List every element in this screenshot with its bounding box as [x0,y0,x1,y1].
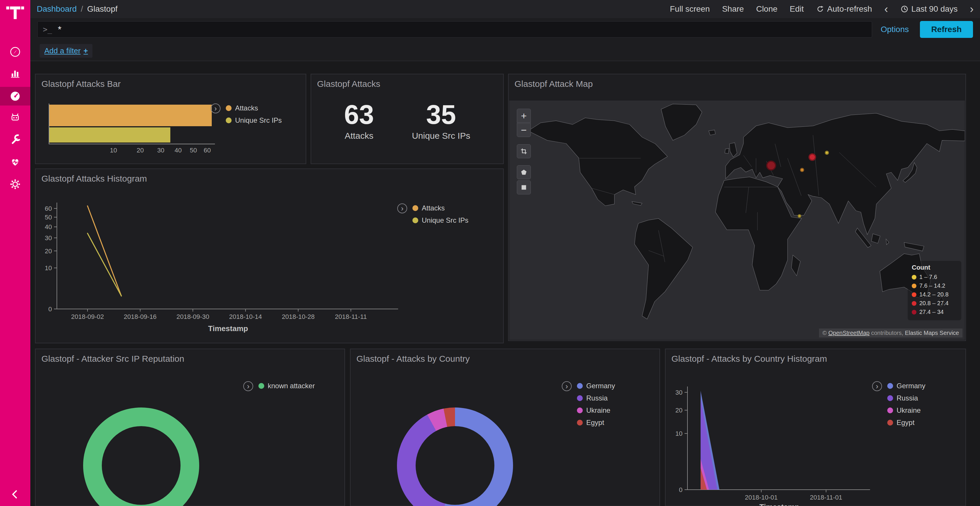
time-forward-button[interactable]: › [970,3,974,14]
openstreetmap-link[interactable]: OpenStreetMap [828,330,869,336]
legend-dot [577,395,583,401]
query-input-wrap[interactable]: >_ [37,21,872,38]
legend-item[interactable]: Ukraine [577,406,615,414]
breadcrumb: Dashboard / Glastopf [37,5,118,14]
horizontal-bar-chart[interactable] [49,103,215,144]
share-button[interactable]: Share [722,5,744,14]
crop-icon [519,147,528,155]
zoom-in-button[interactable]: + [517,109,531,123]
sidebar-item-management[interactable] [8,177,22,191]
svg-text:2018-09-16: 2018-09-16 [124,313,157,320]
sidebar-item-monitoring[interactable] [8,155,22,169]
elastic-maps-service-link[interactable]: Elastic Maps Service [905,330,959,336]
panel-title: Glastopf Attacks [311,75,503,94]
legend-item[interactable]: Attacks [226,104,282,112]
donut-hole [102,426,181,505]
legend-label: Germany [897,382,926,390]
legend-toggle[interactable]: › [872,381,882,391]
panel-attacks-metric: Glastopf Attacks 63 Attacks 35 Unique Sr… [310,74,504,164]
svg-text:2018-09-02: 2018-09-02 [71,313,104,320]
map-legend-dot [912,301,916,306]
breadcrumb-current: Glastopf [87,5,118,14]
sidebar-item-visualize[interactable] [8,66,22,80]
add-filter-link[interactable]: Add a filter + [40,44,92,58]
panel-country-histogram: Glastopf - Attacks by Country Histogram … [665,349,966,506]
map-legend-dot [912,292,916,297]
legend-toggle[interactable]: › [211,103,221,113]
query-input[interactable] [57,24,866,35]
metric-value: 35 [412,101,470,128]
bar-unique-src-ips[interactable] [49,127,170,143]
auto-refresh-button[interactable]: Auto-refresh [816,5,872,14]
edit-button[interactable]: Edit [790,5,804,14]
line-chart[interactable]: 01020304050602018-09-022018-09-162018-09… [36,169,504,344]
legend-item[interactable]: Germany [887,382,926,390]
legend-item[interactable]: Russia [887,394,926,402]
time-back-button[interactable]: ‹ [885,3,888,14]
svg-text:20: 20 [45,247,52,255]
legend-label: Egypt [897,419,915,427]
metric-value: 63 [344,101,374,128]
country-donut-chart[interactable] [397,408,513,506]
legend-dot [887,395,893,401]
attack-point[interactable] [825,151,829,155]
map-legend-range: 27.4 – 34 [920,309,943,316]
legend-label: Attacks [422,204,445,212]
svg-text:20: 20 [676,407,682,414]
full-screen-button[interactable]: Full screen [670,5,710,14]
legend-label: Unique Src IPs [235,116,282,124]
zoom-out-button[interactable]: − [517,123,531,137]
refresh-button[interactable]: Refresh [920,21,973,38]
add-filter-label: Add a filter [45,46,81,56]
bar-chart-icon [9,67,22,79]
clone-button[interactable]: Clone [756,5,777,14]
legend-toggle[interactable]: › [243,381,253,391]
world-map[interactable]: + − Count 1 – 7.67.6 – 14.214.2 – 20.820… [509,101,965,340]
svg-text:30: 30 [45,234,52,242]
breadcrumb-dashboard-link[interactable]: Dashboard [37,5,77,14]
panel-title: Glastopf Attacks Bar [36,75,305,94]
legend-item[interactable]: Unique Src IPs [412,216,468,224]
legend-item[interactable]: Unique Src IPs [226,116,282,124]
bar-attacks[interactable] [49,105,212,126]
metric-attacks: 63 Attacks [344,101,374,141]
query-bar: >_ Options Refresh [30,18,980,41]
legend-item[interactable]: Egypt [887,419,926,427]
chart-legend: known attacker [258,382,315,394]
legend-item[interactable]: Egypt [577,419,615,427]
attack-point[interactable] [798,214,801,218]
sidebar-item-dev-tools[interactable] [8,133,22,147]
collapse-sidebar-button[interactable] [8,487,22,501]
reputation-donut-chart[interactable] [83,408,199,506]
crop-tool-button[interactable] [517,144,531,158]
sidebar-item-timelion[interactable] [8,111,22,124]
svg-text:2018-10-14: 2018-10-14 [229,313,262,320]
legend-toggle[interactable]: › [562,381,572,391]
attack-point[interactable] [808,153,816,161]
x-axis-ticks: 102030405060 [49,147,215,155]
sidebar-item-dashboard[interactable] [8,89,22,103]
time-range-button[interactable]: Last 90 days [900,5,958,14]
legend-toggle[interactable]: › [397,203,407,213]
sidebar-item-discover[interactable] [8,45,22,59]
panel-attacks-histogram: Glastopf Attacks Histogram 0102030405060… [35,168,504,343]
chart-legend: AttacksUnique Src IPs [226,104,282,128]
legend-item[interactable]: Attacks [412,204,468,212]
svg-text:50: 50 [45,214,52,221]
legend-item[interactable]: Ukraine [887,406,926,414]
polygon-select-button[interactable] [517,165,531,179]
legend-item[interactable]: Russia [577,394,615,402]
legend-item[interactable]: known attacker [258,382,315,390]
gear-icon [9,178,22,190]
rectangle-select-button[interactable] [517,181,531,194]
legend-dot [887,408,893,413]
legend-label: known attacker [268,382,315,390]
wrench-icon [9,133,22,146]
map-legend-title: Count [912,264,957,271]
legend-dot [226,105,232,111]
svg-text:30: 30 [676,389,682,396]
heartbeat-icon [9,155,22,168]
map-legend-range: 20.8 – 27.4 [920,300,948,307]
legend-item[interactable]: Germany [577,382,615,390]
options-link[interactable]: Options [881,25,909,34]
